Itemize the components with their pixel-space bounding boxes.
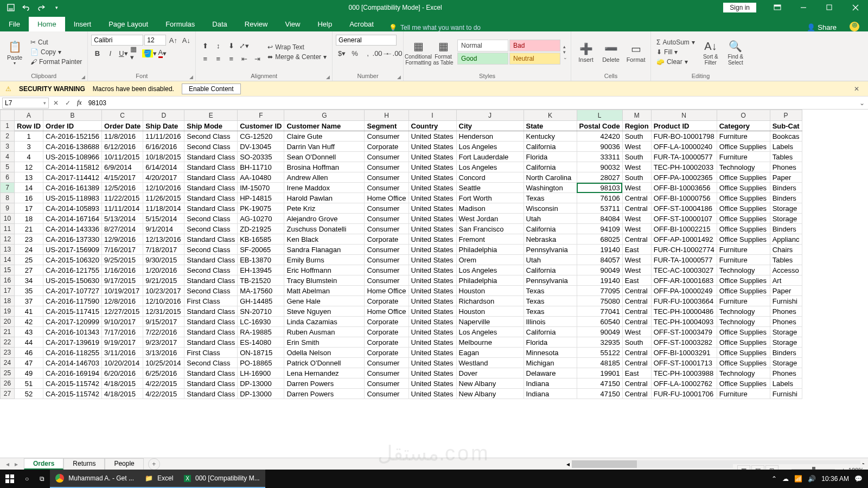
cell-F20[interactable]: LC-16930 — [238, 317, 284, 327]
cell-B11[interactable]: CA-2014-143336 — [43, 224, 102, 234]
col-header-N[interactable]: N — [651, 110, 717, 121]
sheet-tab-people[interactable]: People — [105, 458, 143, 470]
cell-I24[interactable]: United States — [409, 358, 456, 368]
cell-E8[interactable]: Standard Class — [184, 193, 238, 203]
header-cell[interactable]: Product ID — [651, 121, 717, 131]
header-cell[interactable]: Region — [622, 121, 651, 131]
cell-I10[interactable]: United States — [409, 214, 456, 224]
cell-J14[interactable]: Orem — [456, 255, 524, 265]
cell-D22[interactable]: 9/23/2017 — [143, 337, 184, 348]
cell-B15[interactable]: CA-2016-121755 — [43, 265, 102, 275]
row-header-15[interactable]: 15 — [1, 265, 15, 275]
cell-P15[interactable]: Accesso — [770, 265, 802, 275]
cell-D21[interactable]: 7/22/2016 — [143, 327, 184, 337]
cell-I27[interactable]: United States — [409, 389, 456, 399]
cell-I3[interactable]: United States — [409, 142, 456, 152]
cell-K13[interactable]: Pennsylvania — [524, 245, 577, 255]
clipboard-launcher[interactable]: ◢ — [81, 74, 85, 80]
row-header-25[interactable]: 25 — [1, 368, 15, 378]
cell-A7[interactable]: 14 — [15, 183, 43, 193]
cell-H20[interactable]: Corporate — [365, 317, 409, 327]
style-neutral[interactable]: Neutral — [509, 53, 560, 65]
cell-E6[interactable]: Standard Class — [184, 172, 238, 183]
cell-E9[interactable]: Standard Class — [184, 203, 238, 214]
cell-G18[interactable]: Gene Hale — [284, 296, 365, 306]
cell-B14[interactable]: CA-2015-106320 — [43, 255, 102, 265]
cell-H8[interactable]: Home Office — [365, 193, 409, 203]
new-sheet-button[interactable]: + — [148, 458, 160, 470]
row-header-24[interactable]: 24 — [1, 358, 15, 368]
cell-J17[interactable]: Houston — [456, 286, 524, 296]
cell-G5[interactable]: Brosina Hoffman — [284, 162, 365, 172]
cell-J10[interactable]: West Jordan — [456, 214, 524, 224]
row-header-9[interactable]: 9 — [1, 203, 15, 214]
cell-K12[interactable]: Nebraska — [524, 234, 577, 245]
cell-D18[interactable]: 12/10/2016 — [143, 296, 184, 306]
row-header-3[interactable]: 3 — [1, 142, 15, 152]
cell-F26[interactable]: DP-13000 — [238, 378, 284, 389]
cell-I15[interactable]: United States — [409, 265, 456, 275]
cell-K3[interactable]: California — [524, 142, 577, 152]
cell-M23[interactable]: Central — [622, 348, 651, 358]
cell-K27[interactable]: Indiana — [524, 389, 577, 399]
sheet-nav-last[interactable]: ▸ — [12, 460, 21, 468]
wrap-text-button[interactable]: ↩Wrap Text — [265, 43, 329, 52]
cell-M20[interactable]: Central — [622, 317, 651, 327]
cell-N2[interactable]: FUR-BO-10001798 — [651, 131, 717, 142]
cell-C12[interactable]: 12/9/2016 — [102, 234, 143, 245]
cell-J21[interactable]: Los Angeles — [456, 327, 524, 337]
align-bottom-button[interactable]: ⬇ — [225, 40, 237, 51]
cell-J18[interactable]: Richardson — [456, 296, 524, 306]
cell-J16[interactable]: Philadelphia — [456, 275, 524, 286]
cell-C21[interactable]: 7/17/2016 — [102, 327, 143, 337]
cell-G19[interactable]: Steve Nguyen — [284, 306, 365, 317]
border-button[interactable]: ▦ ▾ — [130, 48, 142, 59]
tab-page-layout[interactable]: Page Layout — [100, 17, 157, 31]
cell-G22[interactable]: Erin Smith — [284, 337, 365, 348]
cell-A10[interactable]: 18 — [15, 214, 43, 224]
cell-I26[interactable]: United States — [409, 378, 456, 389]
cell-P20[interactable]: Phones — [770, 317, 802, 327]
cell-H26[interactable]: Consumer — [365, 378, 409, 389]
cell-L8[interactable]: 76106 — [577, 193, 622, 203]
format-as-table-button[interactable]: ▦Format as Table — [432, 34, 455, 70]
cell-K22[interactable]: Florida — [524, 337, 577, 348]
cell-E4[interactable]: Standard Class — [184, 152, 238, 162]
row-header-12[interactable]: 12 — [1, 234, 15, 245]
cell-M11[interactable]: West — [622, 224, 651, 234]
cell-H3[interactable]: Corporate — [365, 142, 409, 152]
font-name-combo[interactable] — [91, 35, 143, 46]
italic-button[interactable]: I — [104, 48, 116, 59]
cell-P24[interactable]: Storage — [770, 358, 802, 368]
cell-C26[interactable]: 4/18/2015 — [102, 378, 143, 389]
cell-J2[interactable]: Henderson — [456, 131, 524, 142]
cell-L9[interactable]: 53711 — [577, 203, 622, 214]
cell-M2[interactable]: South — [622, 131, 651, 142]
cell-O20[interactable]: Technology — [717, 317, 770, 327]
cell-E26[interactable]: Standard Class — [184, 378, 238, 389]
cell-L20[interactable]: 60540 — [577, 317, 622, 327]
cell-I8[interactable]: United States — [409, 193, 456, 203]
cell-C7[interactable]: 12/5/2016 — [102, 183, 143, 193]
cell-E10[interactable]: Second Class — [184, 214, 238, 224]
cell-O12[interactable]: Office Supplies — [717, 234, 770, 245]
cell-N4[interactable]: FUR-TA-10000577 — [651, 152, 717, 162]
col-header-O[interactable]: O — [717, 110, 770, 121]
cell-H13[interactable]: Consumer — [365, 245, 409, 255]
cell-N7[interactable]: OFF-BI-10003656 — [651, 183, 717, 193]
cell-C18[interactable]: 12/8/2016 — [102, 296, 143, 306]
cell-M25[interactable]: East — [622, 368, 651, 378]
cell-I16[interactable]: United States — [409, 275, 456, 286]
cell-N27[interactable]: FUR-FU-10001706 — [651, 389, 717, 399]
cell-K16[interactable]: Pennsylvania — [524, 275, 577, 286]
cell-E21[interactable]: Standard Class — [184, 327, 238, 337]
cell-B5[interactable]: CA-2014-115812 — [43, 162, 102, 172]
cell-O16[interactable]: Office Supplies — [717, 275, 770, 286]
cell-P13[interactable]: Chairs — [770, 245, 802, 255]
cell-A11[interactable]: 21 — [15, 224, 43, 234]
style-normal[interactable]: Normal — [457, 40, 508, 52]
cell-C23[interactable]: 3/11/2016 — [102, 348, 143, 358]
align-left-button[interactable]: ≡ — [199, 53, 211, 64]
cell-G25[interactable]: Lena Hernandez — [284, 368, 365, 378]
cell-P17[interactable]: Paper — [770, 286, 802, 296]
